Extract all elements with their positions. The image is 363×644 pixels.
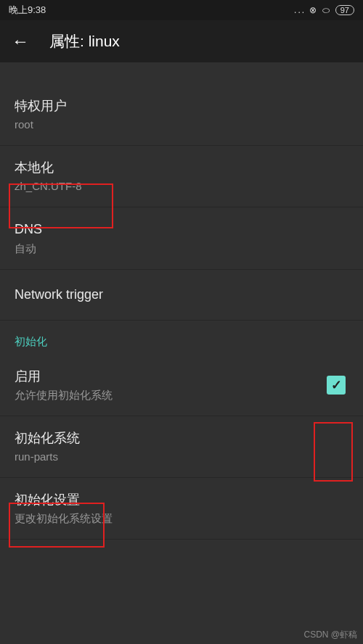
item-subtitle: 自动 — [15, 241, 348, 256]
dns-item[interactable]: DNS 自动 — [0, 207, 363, 269]
item-title: Network trigger — [15, 283, 348, 307]
item-title: DNS — [15, 220, 348, 239]
item-subtitle: zh_CN.UTF-8 — [15, 178, 348, 194]
privileged-user-item[interactable]: 特权用户 root — [0, 84, 363, 146]
enable-init-item[interactable]: 启用 允许使用初始化系统 ✓ — [0, 355, 363, 416]
init-settings-item[interactable]: 初始化设置 更改初始化系统设置 — [0, 478, 363, 540]
network-trigger-item[interactable]: Network trigger — [0, 270, 363, 321]
item-subtitle: run-parts — [15, 449, 348, 464]
item-title: 初始化设置 — [15, 491, 348, 509]
content-area: 特权用户 root 本地化 zh_CN.UTF-8 DNS 自动 Network… — [0, 84, 363, 540]
item-title: 初始化系统 — [15, 429, 348, 447]
app-header: ← 属性: linux — [0, 20, 363, 62]
status-icons: ... ⊗ ⬭ — [294, 5, 331, 15]
init-system-item[interactable]: 初始化系统 run-parts — [0, 416, 363, 478]
battery-indicator: 97 — [335, 5, 354, 15]
item-subtitle: 允许使用初始化系统 — [15, 387, 327, 402]
localization-item[interactable]: 本地化 zh_CN.UTF-8 — [0, 146, 363, 207]
item-title: 启用 — [15, 368, 327, 386]
init-section-header: 初始化 — [0, 321, 363, 355]
item-subtitle: 更改初始化系统设置 — [15, 511, 348, 526]
item-title: 特权用户 — [15, 97, 348, 115]
status-time: 晚上9:38 — [9, 4, 46, 17]
status-right: ... ⊗ ⬭ 97 — [294, 5, 354, 15]
back-arrow-icon[interactable]: ← — [12, 31, 29, 51]
item-subtitle: root — [15, 117, 348, 132]
watermark: CSDN @虾稿 — [303, 629, 357, 641]
item-title: 本地化 — [15, 159, 348, 177]
page-title: 属性: linux — [49, 31, 120, 51]
enable-checkbox[interactable]: ✓ — [327, 376, 346, 395]
status-bar: 晚上9:38 ... ⊗ ⬭ 97 — [0, 0, 363, 20]
